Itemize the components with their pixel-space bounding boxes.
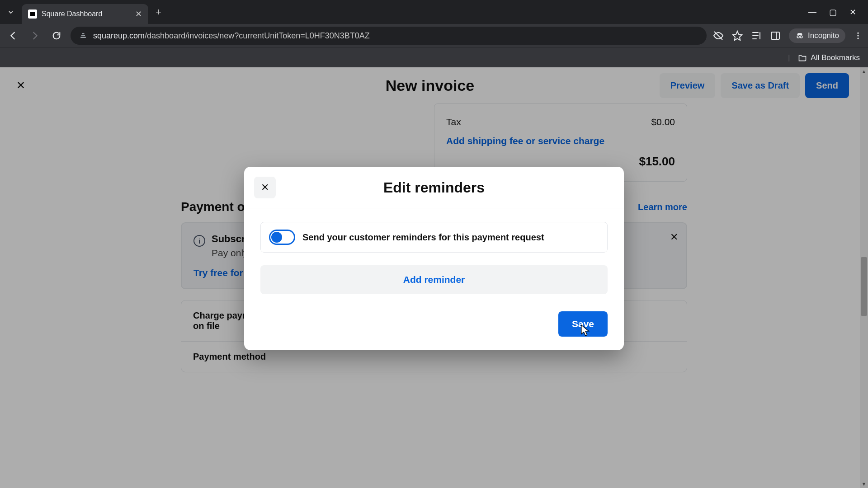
modal-close-button[interactable]: ✕ [254,177,276,198]
reminder-toggle-label: Send your customer reminders for this pa… [302,232,544,243]
svg-point-4 [800,36,802,38]
reminder-toggle-row: Send your customer reminders for this pa… [260,222,608,253]
modal-body: Send your customer reminders for this pa… [244,208,624,300]
add-reminder-button[interactable]: Add reminder [260,265,608,294]
tab-search-icon[interactable] [4,5,18,19]
reload-button[interactable] [49,28,64,43]
favicon-icon [28,9,37,19]
svg-rect-1 [771,32,779,39]
url-text: squareup.com/dashboard/invoices/new?curr… [93,31,370,41]
site-settings-icon[interactable] [79,31,88,40]
browser-chrome: Square Dashboard ✕ + — ▢ ✕ squareup.com/… [0,0,868,67]
svg-point-5 [857,33,859,34]
eye-off-icon[interactable] [713,30,724,41]
url-input[interactable]: squareup.com/dashboard/invoices/new?curr… [71,27,707,45]
tab-close-icon[interactable]: ✕ [135,9,142,19]
side-panel-icon[interactable] [770,30,781,41]
back-button[interactable] [5,28,21,43]
all-bookmarks-button[interactable]: All Bookmarks [798,53,860,62]
bookmark-bar: | All Bookmarks [0,47,868,67]
reminder-toggle[interactable] [269,230,295,245]
bookmark-star-icon[interactable] [732,30,743,41]
tab-bar: Square Dashboard ✕ + — ▢ ✕ [0,0,868,24]
address-bar: squareup.com/dashboard/invoices/new?curr… [0,24,868,47]
svg-point-6 [857,35,859,36]
modal-footer: Save [244,300,624,350]
minimize-icon[interactable]: — [808,7,816,17]
new-tab-button[interactable]: + [152,6,165,18]
forward-button[interactable] [27,28,42,43]
svg-point-7 [857,38,859,39]
maximize-icon[interactable]: ▢ [829,7,837,17]
save-button[interactable]: Save [558,311,608,337]
kebab-menu-icon[interactable] [854,31,863,40]
svg-point-3 [797,36,799,38]
window-controls: — ▢ ✕ [808,7,864,17]
modal-header: ✕ Edit reminders [244,167,624,208]
reading-list-icon[interactable] [751,30,762,41]
incognito-badge[interactable]: Incognito [789,28,845,43]
edit-reminders-modal: ✕ Edit reminders Send your customer remi… [244,167,624,350]
tab-title: Square Dashboard [42,10,131,18]
browser-tab[interactable]: Square Dashboard ✕ [22,4,148,24]
close-window-icon[interactable]: ✕ [849,7,856,17]
app-viewport: ✕ New invoice Preview Save as Draft Send… [0,67,868,488]
modal-title: Edit reminders [255,179,613,196]
